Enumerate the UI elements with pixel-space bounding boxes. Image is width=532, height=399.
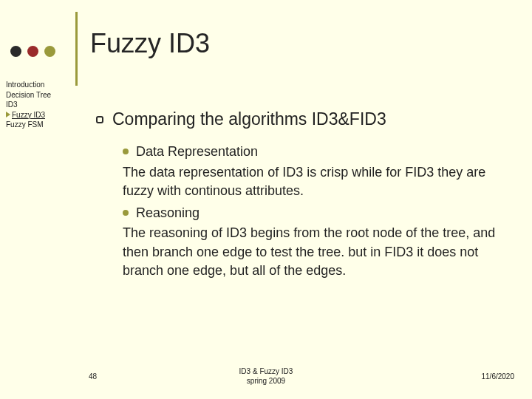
- footer: 48 ID3 & Fuzzy ID3 spring 2009 11/6/2020: [0, 366, 532, 386]
- section-heading-row: Comparing the algorithms ID3&FID3: [96, 109, 510, 129]
- sidebar-item-introduction: Introduction: [6, 80, 72, 90]
- footer-subtitle: spring 2009: [247, 377, 285, 385]
- list-item-label: Data Representation: [136, 143, 258, 162]
- list-item: Data Representation: [123, 143, 510, 162]
- section-heading: Comparing the algorithms ID3&FID3: [112, 109, 386, 129]
- sidebar-item-fuzzy-id3: Fuzzy ID3: [6, 110, 72, 120]
- paragraph: The reasoning of ID3 begins from the roo…: [123, 224, 510, 281]
- paragraph-text: The data representation of ID3 is crisp …: [123, 165, 485, 199]
- sidebar-item-fuzzy-fsm: Fuzzy FSM: [6, 120, 72, 130]
- sidebar-nav: Introduction Decision Tree ID3 Fuzzy ID3…: [6, 80, 72, 130]
- square-bullet-icon: [96, 116, 103, 123]
- sidebar-item-decision-tree: Decision Tree: [6, 90, 72, 100]
- page-title: Fuzzy ID3: [90, 28, 210, 59]
- footer-center: ID3 & Fuzzy ID3 spring 2009: [0, 366, 532, 386]
- bullet-icon: [123, 210, 129, 216]
- paragraph-text: The reasoning of ID3 begins from the roo…: [123, 225, 495, 278]
- bullet-list: Data Representation The data representat…: [96, 143, 510, 281]
- bullet-icon: [123, 149, 129, 154]
- dot-icon: [10, 46, 21, 57]
- footer-title: ID3 & Fuzzy ID3: [239, 367, 293, 375]
- vertical-divider: [75, 12, 78, 86]
- sidebar-item-id3: ID3: [6, 100, 72, 110]
- dot-icon: [27, 46, 38, 57]
- footer-date: 11/6/2020: [482, 372, 515, 381]
- paragraph: The data representation of ID3 is crisp …: [123, 163, 510, 201]
- main-content: Comparing the algorithms ID3&FID3 Data R…: [96, 109, 510, 281]
- arrow-right-icon: [6, 112, 10, 117]
- sidebar-item-label: Fuzzy ID3: [12, 111, 45, 119]
- list-item-label: Reasoning: [136, 204, 200, 223]
- dot-icon: [44, 46, 55, 57]
- decor-dots: [10, 46, 55, 57]
- list-item: Reasoning: [123, 204, 510, 223]
- page-number: 48: [89, 372, 97, 381]
